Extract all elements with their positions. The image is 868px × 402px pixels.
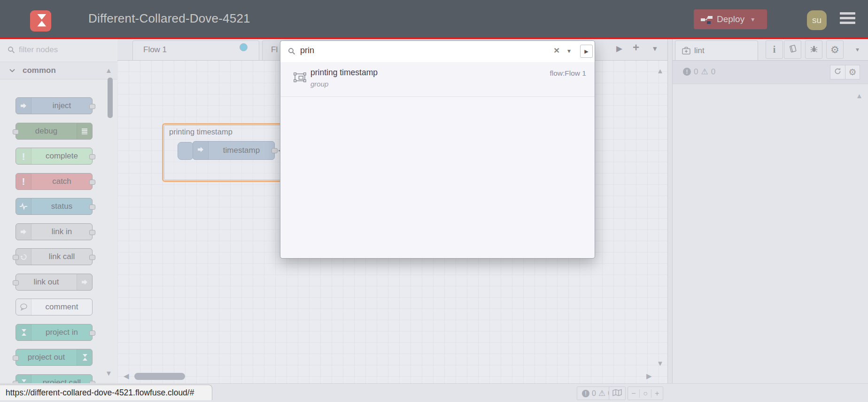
flowfuse-logo-icon — [30, 10, 51, 32]
user-avatar[interactable]: su — [807, 10, 827, 30]
search-input[interactable]: prin × ▾ ▶ — [280, 41, 595, 63]
search-icon — [288, 47, 295, 57]
deploy-button[interactable]: Deploy ▾ — [694, 9, 767, 29]
search-options-button[interactable]: ▶ — [580, 45, 593, 58]
search-result-row[interactable]: printing timestampgroupflow:Flow 1 — [280, 62, 595, 97]
instance-title: Different-Collared-Dove-4521 — [88, 11, 250, 26]
search-dialog: prin × ▾ ▶ printing timestampgroupflow:F… — [280, 40, 595, 259]
deploy-options-caret-icon[interactable]: ▾ — [751, 16, 754, 23]
search-history-caret-icon[interactable]: ▾ — [567, 47, 571, 55]
clear-search-icon[interactable]: × — [554, 45, 559, 56]
main-menu-button[interactable] — [840, 12, 855, 26]
deploy-label: Deploy — [717, 14, 744, 24]
avatar-initials: su — [812, 15, 822, 25]
search-result-title: printing timestamp — [310, 68, 378, 78]
group-icon — [294, 72, 306, 84]
search-result-type: group — [310, 80, 328, 88]
search-result-flow: flow:Flow 1 — [550, 69, 586, 78]
deploy-icon — [700, 15, 713, 24]
node-red-editor: Different-Collared-Dove-4521 Deploy ▾ su… — [0, 0, 868, 402]
status-url-text: https://different-collared-dove-4521.flo… — [6, 388, 194, 398]
search-input-value: prin — [300, 46, 314, 55]
browser-status-url: https://different-collared-dove-4521.flo… — [0, 385, 212, 400]
flowfuse-logo-glyph — [34, 13, 48, 29]
header-bar: Different-Collared-Dove-4521 Deploy ▾ su — [0, 0, 868, 39]
